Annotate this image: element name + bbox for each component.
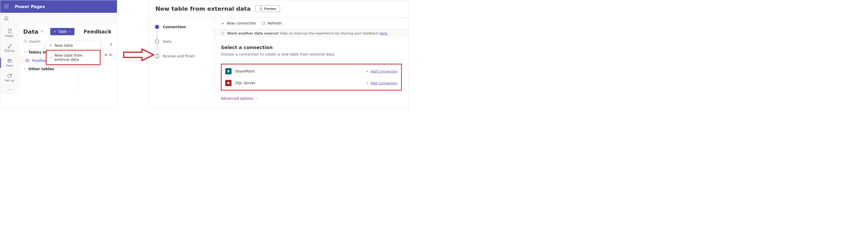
- advanced-label: Advanced options: [221, 96, 253, 101]
- step-dot-icon: [155, 54, 159, 58]
- connection-row-sharepoint[interactable]: SharePoint Add Connection: [222, 65, 401, 77]
- preview-button[interactable]: Preview: [255, 5, 280, 12]
- rail-item-setup[interactable]: Set up: [0, 71, 19, 84]
- rail-item-styling[interactable]: Styling: [0, 41, 19, 55]
- svg-point-9: [228, 71, 229, 73]
- table-icon: [25, 58, 29, 63]
- wizard-panel: New table from external data Preview Con…: [149, 0, 409, 108]
- table-button-label: Table: [58, 29, 67, 34]
- app-header: Power Pages: [0, 0, 117, 13]
- connection-name: SQL Server: [235, 81, 255, 85]
- step-dot-icon: [155, 40, 159, 44]
- cmd-label: New connection: [227, 21, 256, 25]
- info-bold: Want another data source?: [227, 31, 279, 35]
- chevron-down-icon: [23, 50, 26, 54]
- left-app-panel: Power Pages Pages Styling Data Set up: [0, 0, 117, 108]
- select-connection-title: Select a connection: [221, 45, 402, 50]
- rail-item-data[interactable]: Data: [0, 56, 19, 70]
- step-label: Review and finish: [163, 54, 195, 58]
- step-label: Data: [163, 40, 172, 44]
- dropdown-new-table-external[interactable]: New table from external data: [46, 50, 100, 65]
- step-data[interactable]: Data: [155, 40, 208, 54]
- wizard-title: New table from external data: [155, 5, 251, 12]
- body-row: Pages Styling Data Set up ··· Data: [0, 24, 117, 94]
- add-connection-link[interactable]: Add Connection: [366, 70, 397, 73]
- cmd-label: Refresh: [268, 21, 281, 25]
- svg-point-3: [42, 31, 43, 32]
- sqlserver-icon: [225, 80, 231, 86]
- sharepoint-icon: [225, 68, 231, 74]
- connection-row-sqlserver[interactable]: SQL Server Add Connection: [222, 77, 401, 89]
- step-connection[interactable]: Connection: [155, 25, 208, 40]
- ellipsis-icon: ···: [7, 88, 11, 92]
- new-connection-button[interactable]: New connection: [221, 21, 256, 25]
- svg-point-2: [10, 74, 11, 75]
- data-title: Data: [23, 28, 38, 35]
- table-dropdown: New table New table from external data: [46, 41, 100, 65]
- connections-list: SharePoint Add Connection SQL Server: [221, 64, 402, 90]
- search-icon: [23, 40, 27, 44]
- left-rail: Pages Styling Data Set up ···: [0, 24, 19, 94]
- svg-rect-10: [227, 82, 229, 84]
- home-icon[interactable]: [4, 16, 9, 21]
- app-launcher-button[interactable]: [0, 0, 13, 13]
- add-connection-label: Add Connection: [371, 70, 397, 73]
- chevron-down-icon: [68, 30, 71, 33]
- rail-label: Set up: [5, 79, 14, 82]
- table-button[interactable]: Table: [50, 28, 74, 35]
- advanced-options-toggle[interactable]: Advanced options: [221, 96, 402, 101]
- rail-item-more[interactable]: ···: [0, 86, 19, 94]
- dropdown-label: New table from external data: [55, 53, 97, 61]
- select-connection-subtitle: Choose a connection to create a new tabl…: [221, 52, 402, 56]
- rail-label: Data: [6, 64, 13, 67]
- chevron-right-icon: [23, 67, 26, 71]
- add-connection-link[interactable]: Add Connection: [366, 81, 397, 85]
- gear-icon[interactable]: [40, 29, 44, 34]
- wizard-header: New table from external data Preview: [149, 0, 409, 18]
- rail-item-pages[interactable]: Pages: [0, 26, 19, 40]
- breadcrumb-bar: [0, 13, 117, 24]
- main-title: Feedback: [84, 28, 112, 35]
- rail-label: Styling: [5, 49, 14, 52]
- add-connection-label: Add Connection: [371, 81, 397, 85]
- step-label: Connection: [163, 25, 186, 29]
- section-other-tables[interactable]: Other tables: [19, 65, 79, 73]
- connection-name: SharePoint: [235, 69, 255, 73]
- svg-point-4: [24, 40, 26, 43]
- svg-rect-1: [8, 74, 11, 77]
- svg-rect-0: [8, 59, 11, 62]
- command-bar: New connection Refresh: [214, 18, 409, 29]
- data-pane: Data Table New table: [19, 24, 79, 94]
- wizard-body: Connection Data Review and finish New co…: [149, 18, 409, 108]
- callout-arrow: [122, 47, 156, 63]
- step-dot-icon: [155, 25, 159, 29]
- preview-label: Preview: [264, 7, 276, 11]
- app-title: Power Pages: [13, 4, 45, 9]
- steps-column: Connection Data Review and finish: [149, 18, 214, 108]
- info-icon: [221, 32, 224, 35]
- info-text: Help us improve the experience by sharin…: [280, 31, 379, 35]
- content-column: New connection Refresh Want another data…: [214, 18, 409, 108]
- dropdown-new-table[interactable]: New table: [46, 41, 100, 50]
- svg-rect-5: [26, 59, 29, 61]
- section-label: Other tables: [28, 67, 54, 71]
- info-link[interactable]: here.: [379, 31, 388, 35]
- data-header: Data Table New table: [19, 24, 79, 38]
- connection-area: Select a connection Choose a connection …: [214, 37, 409, 108]
- refresh-button[interactable]: Refresh: [262, 21, 281, 25]
- dropdown-label: New table: [55, 43, 73, 48]
- step-review[interactable]: Review and finish: [155, 54, 208, 58]
- rail-label: Pages: [5, 34, 13, 37]
- chevron-down-icon: [255, 97, 258, 100]
- info-bar: Want another data source? Help us improv…: [214, 29, 409, 37]
